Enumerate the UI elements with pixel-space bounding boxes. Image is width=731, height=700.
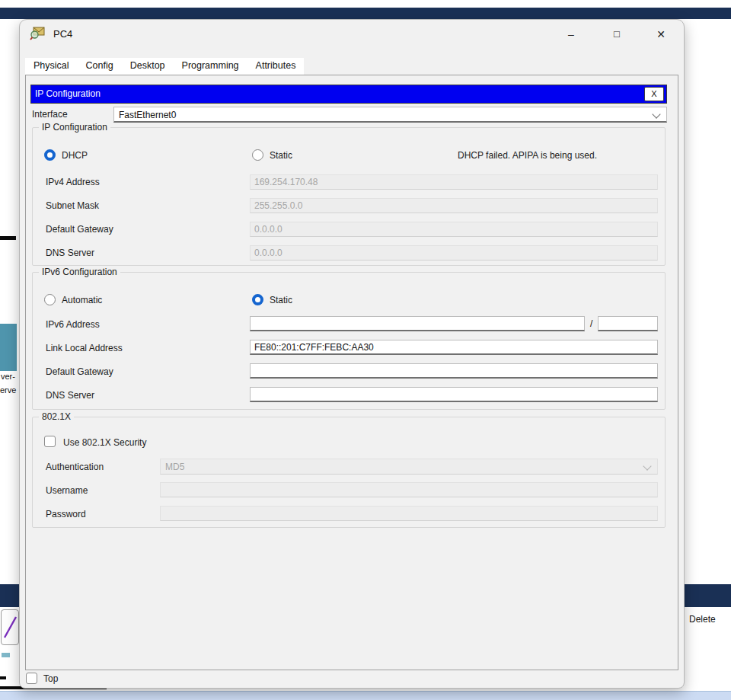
dot1x-group: 802.1X Use 802.1X Security Authenticatio… [32, 417, 666, 528]
ip-configuration-group-legend: IP Configuration [39, 122, 110, 133]
ipv6-configuration-group: IPv6 Configuration Automatic Static IPv6… [32, 272, 666, 410]
prefix-separator: / [590, 318, 592, 329]
device-label-fragment: erve [0, 385, 16, 395]
server-device-icon[interactable] [0, 324, 17, 371]
ipv6-default-gateway-field[interactable] [250, 363, 658, 379]
ipv6-static-label: Static [270, 295, 292, 305]
network-cable-icon [0, 236, 16, 240]
ipv6-automatic-label: Automatic [62, 295, 102, 305]
dot1x-security-checkbox[interactable] [44, 436, 56, 447]
dot1x-security-label: Use 802.1X Security [63, 437, 146, 448]
link-local-address-label: Link Local Address [46, 343, 123, 353]
maximize-button[interactable]: □ [608, 26, 626, 43]
dhcp-status-message: DHCP failed. APIPA is being used. [458, 150, 597, 161]
interface-select[interactable]: FastEthernet0 [113, 107, 667, 123]
interface-label: Interface [32, 109, 68, 120]
dhcp-label: DHCP [62, 150, 88, 161]
password-field[interactable] [160, 506, 658, 521]
pc4-window: PC4 – □ ✕ Physical Config Desktop Progra… [19, 19, 685, 689]
dhcp-radio[interactable] [44, 149, 56, 161]
ipv6-configuration-group-legend: IPv6 Configuration [39, 267, 120, 277]
window-title: PC4 [53, 28, 72, 40]
dot1x-group-legend: 802.1X [39, 411, 74, 422]
ipv6-address-field[interactable] [250, 316, 585, 331]
ipv6-automatic-radio[interactable] [44, 294, 56, 305]
app-top-bar [0, 8, 731, 19]
dialog-close-button[interactable]: X [644, 87, 664, 101]
subnet-mask-field[interactable] [250, 198, 658, 213]
desktop-tab-pane: IP Configuration X Interface FastEtherne… [25, 75, 678, 670]
ip-configuration-dialog-header: IP Configuration X [30, 85, 667, 104]
device-label-fragment: ver- [1, 372, 15, 381]
link-local-address-field[interactable] [250, 340, 658, 355]
dns-server-field[interactable] [250, 245, 658, 261]
authentication-selected-value: MD5 [165, 462, 184, 472]
dns-server-label: DNS Server [46, 248, 94, 258]
top-checkbox-label: Top [43, 673, 58, 684]
window-titlebar[interactable]: PC4 – □ ✕ [20, 20, 684, 47]
ipv6-address-label: IPv6 Address [46, 319, 100, 330]
default-gateway-label: Default Gateway [46, 224, 113, 235]
server-screen-icon [2, 653, 10, 657]
ipv4-address-field[interactable] [250, 174, 658, 190]
ipv4-address-label: IPv4 Address [46, 177, 100, 187]
tab-bar: Physical Config Desktop Programming Attr… [25, 58, 304, 75]
minimize-icon: – [568, 28, 574, 40]
interface-selected-value: FastEthernet0 [119, 110, 176, 120]
dialog-title: IP Configuration [35, 88, 101, 99]
ipv4-static-label: Static [270, 150, 292, 161]
ipv6-prefix-field[interactable] [598, 316, 658, 331]
authentication-label: Authentication [46, 462, 104, 472]
subnet-mask-label: Subnet Mask [46, 200, 99, 211]
ipv6-dns-server-field[interactable] [250, 387, 658, 402]
packet-tracer-app-icon [29, 26, 46, 41]
ipv6-static-radio[interactable] [252, 294, 263, 305]
close-icon: ✕ [656, 28, 666, 40]
username-field[interactable] [160, 482, 658, 497]
ip-configuration-group: IP Configuration DHCP Static DHCP failed… [32, 127, 666, 266]
taskbar-strip [0, 691, 731, 700]
username-label: Username [46, 485, 88, 496]
ipv6-default-gateway-label: Default Gateway [46, 366, 113, 377]
cable-fragment [0, 676, 6, 679]
diagonal-cable-icon [2, 610, 18, 644]
ipv6-dns-server-label: DNS Server [46, 390, 94, 401]
ipv4-static-radio[interactable] [252, 149, 263, 161]
top-checkbox[interactable] [26, 673, 37, 684]
password-label: Password [46, 509, 86, 519]
chevron-down-icon [643, 462, 651, 470]
maximize-icon: □ [614, 28, 620, 40]
connection-tool-button[interactable] [1, 609, 19, 645]
delete-tool-label[interactable]: Delete [689, 614, 716, 625]
default-gateway-field[interactable] [250, 222, 658, 237]
authentication-select[interactable]: MD5 [160, 459, 658, 475]
minimize-button[interactable]: – [562, 26, 580, 43]
chevron-down-icon [652, 110, 660, 118]
close-button[interactable]: ✕ [652, 26, 670, 43]
